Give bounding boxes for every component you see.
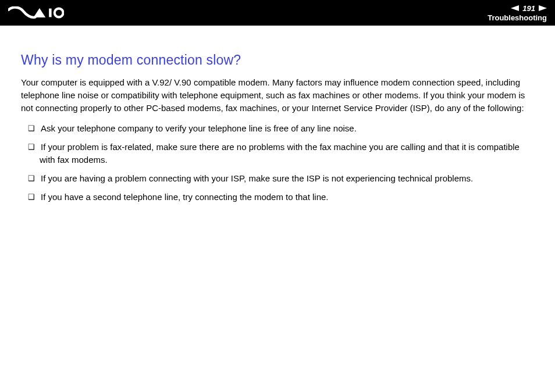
- list-item: If you have a second telephone line, try…: [28, 191, 534, 204]
- section-label: Troubleshooting: [488, 13, 547, 22]
- svg-marker-2: [511, 5, 519, 11]
- article-intro: Your computer is equipped with a V.92/ V…: [21, 76, 534, 114]
- prev-page-arrow-icon[interactable]: [511, 4, 519, 13]
- article-title: Why is my modem connection slow?: [21, 52, 534, 68]
- document-page: 191 Troubleshooting Why is my modem conn…: [0, 0, 555, 392]
- svg-rect-0: [49, 9, 51, 17]
- list-item: If your problem is fax-related, make sur…: [28, 141, 534, 166]
- page-navigation: 191: [511, 4, 547, 13]
- list-item: Ask your telephone company to verify you…: [28, 122, 534, 135]
- page-header: 191 Troubleshooting: [0, 0, 555, 26]
- svg-point-1: [55, 9, 63, 17]
- vaio-logo: [8, 6, 64, 19]
- list-item: If you are having a problem connecting w…: [28, 172, 534, 185]
- page-number: 191: [522, 4, 535, 13]
- bullet-list: Ask your telephone company to verify you…: [21, 122, 534, 203]
- article-body: Why is my modem connection slow? Your co…: [0, 26, 555, 209]
- next-page-arrow-icon[interactable]: [539, 4, 547, 13]
- svg-marker-3: [539, 5, 547, 11]
- header-right: 191 Troubleshooting: [488, 4, 547, 22]
